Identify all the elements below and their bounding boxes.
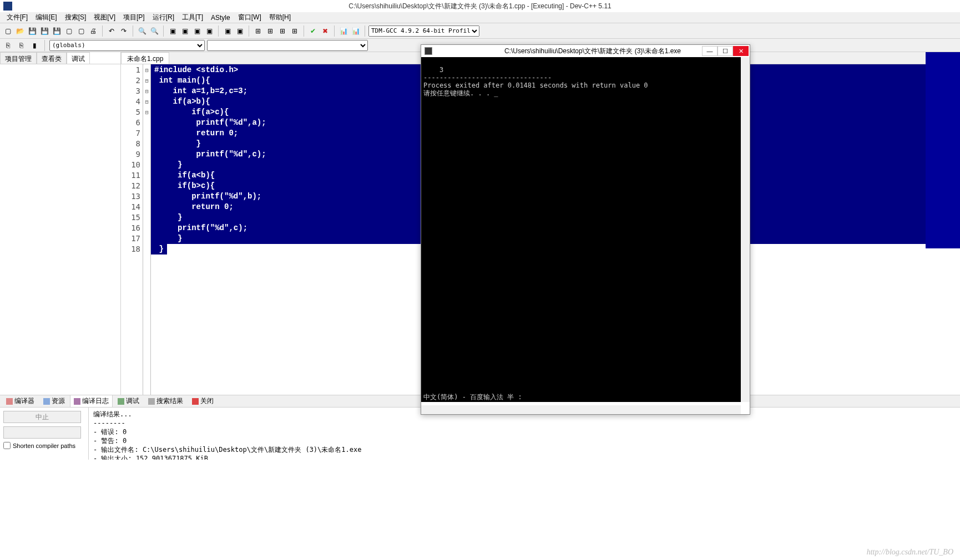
- maximize-button[interactable]: ☐: [718, 46, 733, 56]
- tab-label: 编译日志: [82, 396, 109, 406]
- globals-select[interactable]: (globals): [49, 40, 205, 51]
- rebuild-icon[interactable]: ▣: [204, 26, 215, 37]
- progress-box: [3, 426, 81, 439]
- bottom-tab-关闭[interactable]: 关闭: [188, 395, 218, 408]
- bottom-tab-调试[interactable]: 调试: [114, 395, 143, 408]
- separator: [44, 40, 45, 51]
- compile-log[interactable]: 编译结果... -------- - 错误: 0 - 警告: 0 - 输出文件名…: [89, 408, 960, 460]
- console-window-controls: — ☐ ✕: [702, 46, 749, 56]
- toolbar-main: ▢ 📂 💾 💾 💾 ▢ ▢ 🖨 ↶ ↷ 🔍 🔍 ▣ ▣ ▣ ▣ ▣ ▣ ⊞ ⊞ …: [0, 23, 960, 39]
- console-body[interactable]: 3 -------------------------------- Proce…: [421, 57, 750, 402]
- menu-file[interactable]: 文件[F]: [3, 12, 31, 23]
- bottom-tab-资源[interactable]: 资源: [39, 395, 69, 408]
- grid3-icon[interactable]: ⊞: [277, 26, 288, 37]
- save-icon[interactable]: 💾: [27, 26, 38, 37]
- console-scrollbar-v[interactable]: [741, 57, 750, 402]
- tab-icon: [192, 398, 199, 405]
- save-all-icon[interactable]: 💾: [39, 26, 50, 37]
- bottom-tab-编译日志[interactable]: 编译日志: [70, 395, 113, 408]
- title-bar: C:\Users\shihuiliu\Desktop\文件\新建文件夹 (3)\…: [0, 0, 960, 12]
- separator: [304, 26, 304, 37]
- redo-icon[interactable]: ↷: [118, 26, 129, 37]
- goto-func-icon[interactable]: ⎘: [2, 40, 13, 51]
- profile2-icon[interactable]: 📊: [350, 26, 361, 37]
- tab-project[interactable]: 项目管理: [0, 52, 37, 64]
- stop-button[interactable]: 中止: [3, 411, 81, 423]
- compile-run-icon[interactable]: ▣: [191, 26, 203, 37]
- fold-column[interactable]: ⊟⊟⊟⊟⊟: [143, 64, 151, 395]
- shorten-paths-label: Shorten compiler paths: [13, 442, 75, 449]
- console-icon: [425, 47, 432, 55]
- menu-astyle[interactable]: AStyle: [208, 13, 234, 23]
- app-icon: [3, 2, 12, 11]
- menu-tools[interactable]: 工具[T]: [179, 12, 206, 23]
- tab-label: 编译器: [14, 396, 34, 406]
- menu-search[interactable]: 搜索[S]: [62, 12, 90, 23]
- bottom-content: 中止 Shorten compiler paths 编译结果... ------…: [0, 408, 960, 460]
- grid2-icon[interactable]: ⊞: [265, 26, 276, 37]
- separator: [163, 26, 164, 37]
- watermark: http://blog.csdn.net/TU_BO: [867, 548, 953, 557]
- menu-view[interactable]: 视图[V]: [90, 12, 119, 23]
- open-icon[interactable]: 📂: [14, 26, 26, 37]
- tab-label: 关闭: [200, 396, 214, 406]
- compiler-select[interactable]: TDM-GCC 4.9.2 64-bit Profiling: [368, 26, 479, 37]
- console-window[interactable]: C:\Users\shihuiliu\Desktop\文件\新建文件夹 (3)\…: [421, 44, 750, 415]
- compile-icon[interactable]: ▣: [167, 26, 178, 37]
- tab-icon: [6, 398, 13, 405]
- menu-bar: 文件[F] 编辑[E] 搜索[S] 视图[V] 项目[P] 运行[R] 工具[T…: [0, 12, 960, 23]
- tab-icon: [43, 398, 50, 405]
- grid4-icon[interactable]: ⊞: [289, 26, 300, 37]
- undo-icon[interactable]: ↶: [106, 26, 117, 37]
- tab-label: 调试: [126, 396, 139, 406]
- find-icon[interactable]: 🔍: [137, 26, 148, 37]
- tab-icon: [74, 398, 80, 405]
- check-icon[interactable]: ✔: [307, 26, 319, 37]
- console-title-bar[interactable]: C:\Users\shihuiliu\Desktop\文件\新建文件夹 (3)\…: [421, 45, 750, 57]
- close-button[interactable]: ✕: [733, 46, 749, 56]
- close-all-icon[interactable]: ▢: [75, 26, 87, 37]
- bottom-tab-搜索结果[interactable]: 搜索结果: [144, 395, 187, 408]
- left-panel-tabs: 项目管理 查看类 调试: [0, 52, 120, 64]
- shorten-paths-checkbox[interactable]: [3, 442, 11, 449]
- replace-icon[interactable]: 🔍: [149, 26, 160, 37]
- debug-icon[interactable]: ▣: [222, 26, 233, 37]
- grid1-icon[interactable]: ⊞: [252, 26, 264, 37]
- left-panel-content: [0, 64, 120, 395]
- shorten-paths-row[interactable]: Shorten compiler paths: [3, 442, 85, 449]
- editor-tab-file[interactable]: 未命名1.cpp: [121, 52, 169, 64]
- print-icon[interactable]: 🖨: [88, 26, 99, 37]
- tab-debug[interactable]: 调试: [67, 52, 90, 64]
- tab-label: 资源: [52, 396, 65, 406]
- right-blue-strip: [926, 52, 960, 248]
- separator: [249, 26, 249, 37]
- stop-exec-icon[interactable]: ▣: [234, 26, 245, 37]
- menu-window[interactable]: 窗口[W]: [235, 12, 265, 23]
- cancel-icon[interactable]: ✖: [320, 26, 331, 37]
- bottom-left-controls: 中止 Shorten compiler paths: [0, 408, 89, 460]
- profile-icon[interactable]: 📊: [338, 26, 349, 37]
- tab-label: 搜索结果: [156, 396, 183, 406]
- menu-run[interactable]: 运行[R]: [149, 12, 178, 23]
- minimize-button[interactable]: —: [702, 46, 718, 56]
- console-scrollbar-h[interactable]: [421, 405, 741, 414]
- separator: [334, 26, 335, 37]
- save-as-icon[interactable]: 💾: [51, 26, 62, 37]
- goto-line-icon[interactable]: ⎘: [16, 40, 27, 51]
- menu-project[interactable]: 项目[P]: [120, 12, 148, 23]
- bottom-tab-编译器[interactable]: 编译器: [2, 395, 38, 408]
- new-file-icon[interactable]: ▢: [2, 26, 13, 37]
- close-file-icon[interactable]: ▢: [63, 26, 74, 37]
- left-panel: 项目管理 查看类 调试: [0, 52, 121, 395]
- line-gutter: 123456789101112131415161718: [121, 64, 143, 395]
- separator: [102, 26, 103, 37]
- tab-icon: [118, 398, 124, 405]
- console-output: 3 -------------------------------- Proce…: [423, 66, 648, 97]
- members-select[interactable]: [207, 40, 368, 51]
- tab-classes[interactable]: 查看类: [37, 52, 67, 64]
- bookmark-icon[interactable]: ▮: [29, 40, 40, 51]
- console-ime-status: 中文(简体) - 百度输入法 半 :: [423, 393, 522, 401]
- menu-help[interactable]: 帮助[H]: [266, 12, 294, 23]
- run-icon[interactable]: ▣: [179, 26, 190, 37]
- menu-edit[interactable]: 编辑[E]: [32, 12, 60, 23]
